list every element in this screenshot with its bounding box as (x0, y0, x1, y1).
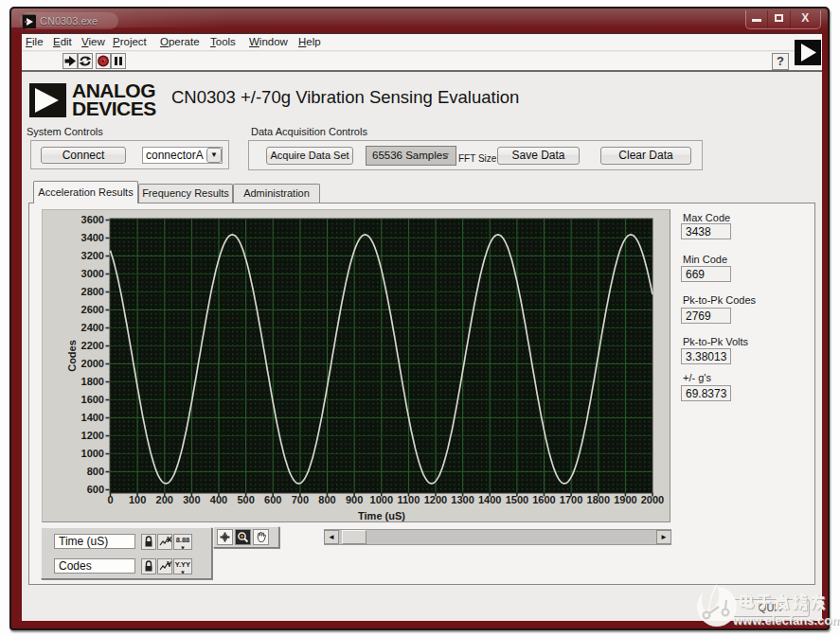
svg-text:Y: Y (167, 559, 172, 569)
svg-text:1800: 1800 (81, 376, 104, 387)
svg-text:Codes: Codes (66, 340, 78, 372)
svg-text:3600: 3600 (81, 214, 104, 225)
svg-text:2800: 2800 (81, 286, 104, 297)
svg-text:1000: 1000 (81, 448, 104, 459)
svg-text:2200: 2200 (81, 340, 104, 351)
svg-text:1600: 1600 (81, 394, 104, 405)
svg-text:1400: 1400 (81, 412, 104, 423)
svg-text:2000: 2000 (81, 358, 104, 369)
svg-text:1200: 1200 (81, 430, 104, 441)
svg-text:3000: 3000 (81, 268, 104, 279)
svg-text:2400: 2400 (81, 322, 104, 333)
svg-text:2600: 2600 (81, 304, 104, 315)
svg-text:X: X (167, 535, 172, 544)
svg-text:3200: 3200 (81, 250, 104, 261)
svg-text:3400: 3400 (81, 232, 104, 243)
svg-text:800: 800 (87, 466, 104, 477)
svg-text:Time (uS): Time (uS) (358, 510, 405, 521)
svg-text:600: 600 (87, 484, 104, 495)
